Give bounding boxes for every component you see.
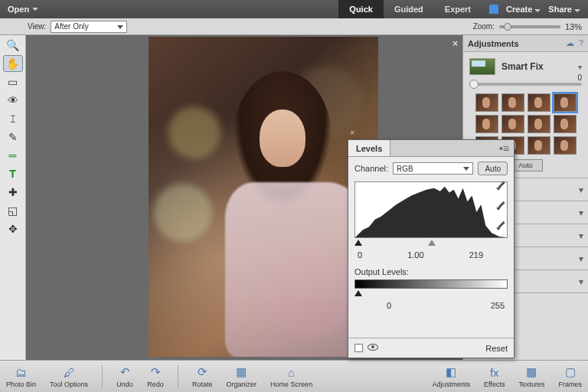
effects-icon: fx — [486, 364, 503, 380]
open-menu[interactable]: Open — [0, 5, 46, 14]
input-gamma-value[interactable]: 1.00 — [407, 250, 423, 260]
input-white-value[interactable]: 219 — [469, 250, 483, 260]
chevron-down-icon: ▾ — [579, 207, 583, 218]
home-screen-icon: ⌂ — [283, 364, 300, 380]
help-icon[interactable]: ? — [579, 38, 583, 48]
smartfix-preset[interactable] — [475, 115, 498, 133]
levels-dialog[interactable]: × Levels •≡ Channel: RGB Auto 0 1.00 219… — [348, 139, 514, 358]
gray-point-eyedropper-icon[interactable] — [495, 200, 508, 212]
slider-knob[interactable] — [469, 80, 479, 89]
tab-quick[interactable]: Quick — [338, 0, 384, 18]
input-levels-sliders[interactable] — [354, 240, 508, 247]
bottombar-frames[interactable]: ▢Frames — [558, 364, 582, 388]
bottombar-organizer[interactable]: ▦Organizer — [227, 364, 257, 388]
preview-icon[interactable] — [368, 344, 378, 351]
bottombar-undo[interactable]: ↶Undo — [116, 364, 133, 388]
tool-options-icon: 🖊 — [60, 364, 77, 380]
bottom-toolbar: 🗂Photo Bin🖊Tool Options↶Undo↷Redo⟳Rotate… — [0, 360, 588, 392]
dialog-close-icon[interactable]: × — [350, 128, 354, 137]
smartfix-preset[interactable] — [554, 93, 577, 112]
tool-type[interactable]: T — [3, 165, 23, 182]
input-black-handle[interactable] — [354, 240, 362, 246]
histogram — [354, 181, 508, 238]
smartfix-preset[interactable] — [554, 136, 577, 155]
tab-expert[interactable]: Expert — [434, 0, 482, 18]
output-gradient — [354, 279, 508, 289]
channel-select[interactable]: RGB — [393, 162, 473, 175]
chevron-down-icon — [32, 8, 38, 11]
smartfix-slider[interactable]: 0 — [469, 83, 582, 86]
white-point-eyedropper-icon[interactable] — [495, 220, 508, 232]
adjustments-icon: ◧ — [443, 364, 459, 380]
smartfix-preset[interactable] — [501, 115, 524, 133]
tool-crop[interactable]: ◱ — [3, 202, 23, 219]
tool-zoom[interactable]: 🔍 — [3, 37, 23, 54]
smartfix-icon — [469, 58, 495, 75]
output-black-handle[interactable] — [354, 290, 362, 296]
smartfix-preset[interactable] — [501, 93, 524, 112]
zoom-slider[interactable] — [499, 25, 560, 28]
view-label: View: — [28, 22, 46, 31]
output-black-value[interactable]: 0 — [387, 301, 391, 310]
tool-hand[interactable]: ✋ — [3, 55, 23, 72]
tool-heal[interactable]: ✚ — [3, 184, 23, 201]
panel-menu-icon[interactable]: •≡ — [499, 142, 514, 155]
redo-icon: ↷ — [147, 364, 164, 380]
chevron-down-icon — [534, 9, 541, 12]
tool-pencil[interactable]: ✎ — [3, 129, 23, 145]
levels-auto-button[interactable]: Auto — [478, 162, 508, 175]
mode-tabs: Quick Guided Expert — [338, 0, 482, 18]
tool-eye[interactable]: 👁 — [3, 92, 23, 109]
open-label: Open — [8, 5, 29, 14]
smartfix-preset[interactable] — [528, 93, 550, 112]
notification-icon[interactable] — [489, 5, 498, 14]
tool-eyedropper[interactable]: 𝙸 — [3, 110, 23, 127]
smartfix-preset[interactable] — [528, 115, 550, 133]
levels-tab[interactable]: Levels — [348, 140, 390, 156]
smartfix-value: 0 — [577, 74, 582, 82]
view-mode-select[interactable]: After Only — [51, 21, 127, 33]
bottombar-redo[interactable]: ↷Redo — [147, 364, 164, 388]
chevron-down-icon: ▾ — [579, 185, 583, 195]
topbar-right: Create Share — [482, 5, 588, 14]
tab-guided[interactable]: Guided — [384, 0, 434, 18]
document-close-icon[interactable]: × — [452, 38, 458, 49]
bottombar-home-screen[interactable]: ⌂Home Screen — [270, 364, 312, 388]
channel-label: Channel: — [354, 164, 388, 173]
smartfix-preset[interactable] — [554, 115, 577, 133]
input-white-handle[interactable] — [472, 240, 480, 246]
document-image — [149, 37, 378, 357]
tool-palette: 🔍✋▭👁𝙸✎═T✚◱✥ — [0, 35, 26, 360]
smartfix-preset[interactable] — [528, 136, 550, 155]
bottombar-textures[interactable]: ▩Textures — [518, 364, 544, 388]
output-white-handle[interactable] — [500, 290, 508, 296]
bottombar-adjustments[interactable]: ◧Adjustments — [433, 364, 471, 388]
chevron-down-icon[interactable]: ▾ — [578, 63, 582, 71]
smartfix-preset[interactable] — [475, 93, 498, 112]
tool-select[interactable]: ▭ — [3, 74, 23, 90]
textures-icon: ▩ — [523, 364, 540, 380]
bottombar-photo-bin[interactable]: 🗂Photo Bin — [6, 364, 36, 388]
view-options-bar: View: After Only Zoom: 13% — [0, 18, 588, 35]
frames-icon: ▢ — [562, 364, 579, 380]
svg-marker-0 — [355, 187, 507, 237]
adjustments-title: Adjustments — [468, 39, 519, 48]
zoom-slider-knob[interactable] — [504, 23, 511, 31]
input-black-value[interactable]: 0 — [358, 250, 362, 260]
share-menu[interactable]: Share — [548, 5, 580, 14]
tool-move[interactable]: ✥ — [3, 220, 23, 237]
levels-reset-button[interactable]: Reset — [485, 344, 508, 353]
cloud-icon[interactable]: ☁ — [566, 38, 574, 48]
top-menubar: Open Quick Guided Expert Create Share — [0, 0, 588, 18]
zoom-label: Zoom: — [473, 22, 495, 31]
bottombar-rotate[interactable]: ⟳Rotate — [192, 364, 213, 388]
output-white-value[interactable]: 255 — [491, 301, 505, 310]
bottombar-tool-options[interactable]: 🖊Tool Options — [50, 364, 88, 388]
tool-line[interactable]: ═ — [3, 147, 23, 164]
output-levels-sliders[interactable] — [354, 290, 508, 298]
input-gamma-handle[interactable] — [428, 240, 436, 246]
clip-checkbox[interactable] — [354, 344, 363, 352]
black-point-eyedropper-icon[interactable] — [495, 180, 508, 192]
bottombar-effects[interactable]: fxEffects — [484, 364, 505, 388]
create-menu[interactable]: Create — [506, 5, 541, 14]
